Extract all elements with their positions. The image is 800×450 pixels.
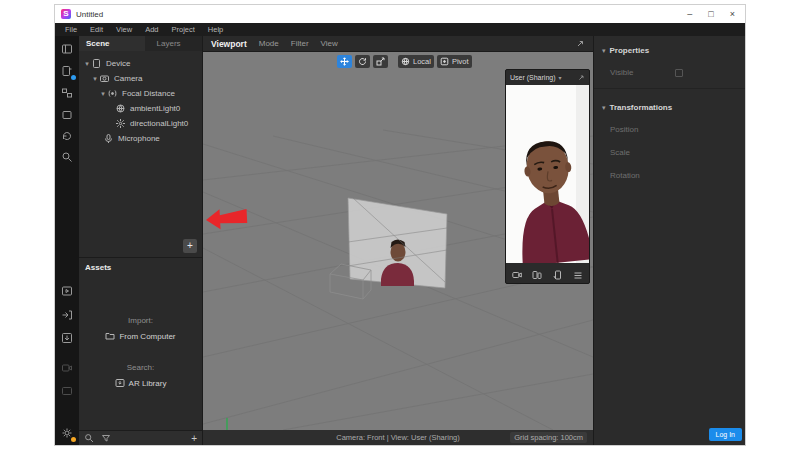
chevron-down-icon: ▾ [559, 74, 562, 81]
screen-capture-icon [60, 384, 74, 398]
preview-toolbar [506, 267, 589, 283]
visible-property-row: Visible [594, 61, 745, 84]
scene-panel: Scene Layers ▾ Device ▾ Camera [79, 36, 202, 258]
camera-select-icon[interactable] [512, 270, 522, 280]
tree-item-ambient-light[interactable]: ambientLight0 [79, 101, 202, 116]
close-button[interactable]: × [730, 5, 735, 23]
preview-source-select[interactable]: User (Sharing) [510, 74, 556, 81]
settings-gear-icon[interactable] [60, 426, 74, 440]
assets-filter-icon[interactable] [101, 433, 111, 443]
app-window: S Untitled – □ × File Edit View Add Proj… [55, 5, 745, 445]
microphone-icon [103, 133, 114, 144]
left-toolbar [55, 36, 79, 445]
directional-light-icon [115, 118, 126, 129]
menu-help[interactable]: Help [208, 25, 223, 34]
menu-edit[interactable]: Edit [90, 25, 103, 34]
menu-file[interactable]: File [65, 25, 77, 34]
tab-scene[interactable]: Scene [79, 36, 117, 51]
axis-gizmo [217, 418, 242, 430]
caret-icon[interactable]: ▾ [99, 90, 107, 98]
ar-library-button[interactable]: AR Library [79, 378, 202, 388]
device-icon [91, 58, 102, 69]
pivot-button[interactable]: Pivot [437, 55, 472, 68]
search-icon[interactable] [60, 150, 74, 164]
camera-preview-panel: User (Sharing) ▾ [505, 69, 590, 284]
tree-item-device[interactable]: ▾ Device [79, 56, 202, 71]
viewport-panel: Viewport Mode Filter View [203, 36, 593, 445]
test-on-device-icon[interactable] [60, 284, 74, 298]
scale-tool-button[interactable] [373, 55, 388, 68]
rotate-device-icon[interactable] [553, 270, 563, 280]
window-title: Untitled [76, 10, 687, 19]
folder-icon [105, 331, 115, 341]
notification-badge [71, 75, 76, 80]
transformations-section-header[interactable]: ▾ Transformations [594, 93, 745, 118]
caret-icon[interactable]: ▾ [83, 60, 91, 68]
tree-item-directional-light[interactable]: directionalLight0 [79, 116, 202, 131]
from-computer-button[interactable]: From Computer [79, 331, 202, 341]
menu-project[interactable]: Project [172, 25, 195, 34]
pivot-icon [440, 57, 449, 66]
ambient-light-icon [115, 103, 126, 114]
viewport-menu-mode[interactable]: Mode [259, 39, 279, 48]
menu-view[interactable]: View [116, 25, 132, 34]
menu-bar: File Edit View Add Project Help [55, 23, 745, 36]
search-label: Search: [79, 363, 202, 372]
viewport-menu-filter[interactable]: Filter [291, 39, 309, 48]
camera-icon [99, 73, 110, 84]
rotation-property-row: Rotation [594, 164, 745, 187]
visible-checkbox[interactable] [675, 69, 683, 77]
tree-item-microphone[interactable]: Microphone [79, 131, 202, 146]
viewport-3d-area[interactable]: Local Pivot User (Sharing) ▾ [203, 52, 593, 430]
tab-layers[interactable]: Layers [145, 36, 202, 51]
title-bar: S Untitled – □ × [55, 5, 745, 23]
move-tool-button[interactable] [337, 55, 352, 68]
update-badge [71, 437, 76, 442]
camera-feed [506, 85, 589, 263]
preview-menu-icon[interactable] [573, 270, 583, 280]
video-recording-icon [60, 361, 74, 375]
import-icon[interactable] [60, 331, 74, 345]
local-space-button[interactable]: Local [398, 55, 434, 68]
simulator-icon[interactable] [60, 64, 74, 78]
viewport-layout-icon[interactable] [60, 108, 74, 122]
scene-tree: ▾ Device ▾ Camera ▾ Focal Distance [79, 51, 202, 146]
transform-toolbar: Local Pivot [337, 55, 472, 68]
preview-expand-icon[interactable] [577, 74, 585, 82]
camera-plane [348, 198, 447, 288]
properties-panel: ▾ Properties Visible ▾ Transformations P… [593, 36, 745, 445]
maximize-button[interactable]: □ [708, 5, 713, 23]
minimize-button[interactable]: – [687, 5, 692, 23]
scale-property-row: Scale [594, 141, 745, 164]
menu-add[interactable]: Add [145, 25, 158, 34]
spark-logo-icon: S [61, 9, 71, 19]
export-icon[interactable] [60, 308, 74, 322]
rotate-tool-button[interactable] [355, 55, 370, 68]
tree-item-camera[interactable]: ▾ Camera [79, 71, 202, 86]
tree-item-focal-distance[interactable]: ▾ Focal Distance [79, 86, 202, 101]
properties-section-header[interactable]: ▾ Properties [594, 36, 745, 61]
sync-icon[interactable] [60, 129, 74, 143]
patch-editor-icon[interactable] [60, 86, 74, 100]
caret-down-icon: ▾ [602, 104, 606, 112]
viewport-menu-view[interactable]: View [321, 39, 338, 48]
caret-down-icon: ▾ [602, 47, 606, 55]
viewport-title: Viewport [211, 39, 247, 49]
viewport-status-bar: Camera: Front | View: User (Sharing) Gri… [203, 430, 593, 445]
caret-icon[interactable]: ▾ [91, 75, 99, 83]
simulator-toggle-icon[interactable] [532, 270, 542, 280]
scene-add-button[interactable]: + [183, 239, 197, 253]
position-property-row: Position [594, 118, 745, 141]
focal-distance-icon [107, 88, 118, 99]
import-label: Import: [79, 316, 202, 325]
globe-icon [401, 57, 410, 66]
scene-panel-icon[interactable] [60, 42, 74, 56]
login-button[interactable]: Log In [709, 428, 742, 441]
assets-search-icon[interactable] [84, 433, 94, 443]
assets-panel-title: Assets [79, 258, 202, 277]
assets-add-button[interactable]: + [191, 433, 197, 444]
viewport-expand-icon[interactable] [575, 39, 585, 49]
assets-footer: + [79, 430, 202, 445]
grid-spacing-status[interactable]: Grid spacing: 100cm [510, 432, 587, 443]
assets-panel: Assets Import: From Computer Search: AR … [79, 258, 202, 445]
